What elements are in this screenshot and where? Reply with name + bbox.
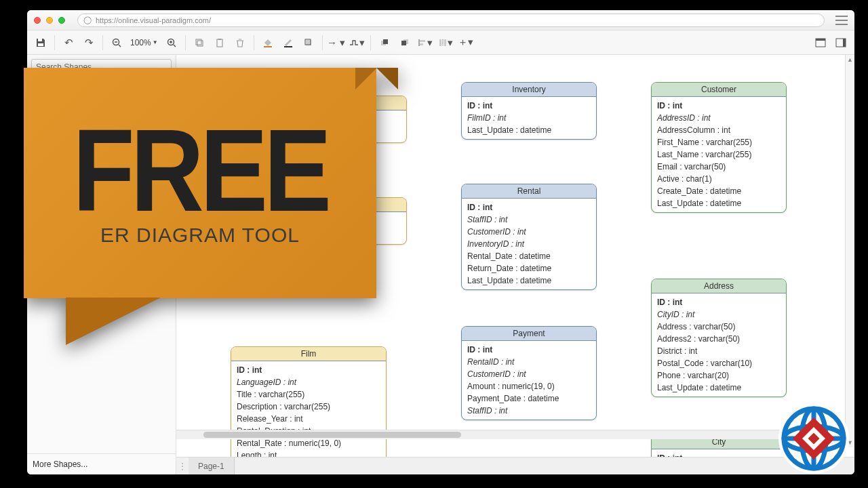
entity-field[interactable]: ID : int: [467, 344, 591, 356]
entity-field[interactable]: Title : varchar(255): [237, 388, 380, 401]
save-button[interactable]: [31, 33, 50, 52]
outline-panel-toggle[interactable]: [831, 33, 850, 52]
entity-field[interactable]: First_Name : varchar(255): [657, 136, 781, 148]
entity-field[interactable]: Address2 : varchar(50): [657, 333, 781, 345]
to-front-button[interactable]: [375, 33, 394, 52]
entity-placeholder-2[interactable]: [264, 197, 407, 245]
entity-field[interactable]: Email : varchar(50): [657, 161, 781, 173]
app-window: ◯ https://online.visual-paradigm.com/ ↶ …: [27, 10, 854, 474]
delete-button[interactable]: [231, 33, 250, 52]
entity-placeholder-1[interactable]: [264, 96, 407, 143]
entity-field[interactable]: Last_Name : varchar(255): [657, 148, 781, 161]
fill-color-button[interactable]: [258, 33, 277, 52]
vertical-scrollbar[interactable]: ▲ ▼: [845, 55, 854, 447]
window-close-button[interactable]: [34, 17, 41, 24]
entity-field[interactable]: District : int: [657, 345, 781, 357]
entity-inventory[interactable]: Inventory ID : intFilmID : intLast_Updat…: [461, 82, 597, 140]
connection-style-button[interactable]: → ▾: [327, 33, 346, 52]
entity-field[interactable]: RentalID : int: [467, 356, 591, 368]
entity-field[interactable]: ID : int: [657, 452, 781, 457]
entity-field[interactable]: ID : int: [467, 201, 591, 214]
entity-customer[interactable]: Customer ID : intAddressID : intAddressC…: [651, 82, 787, 213]
zoom-in-button[interactable]: [162, 33, 181, 52]
tab-page-1[interactable]: Page-1: [189, 458, 235, 474]
svg-rect-28: [816, 39, 825, 41]
entity-field[interactable]: FilmID : int: [467, 112, 591, 124]
entity-address[interactable]: Address ID : intCityID : intAddress : va…: [651, 279, 787, 397]
workspace: ▼ Entity Relationship More Shapes...: [27, 55, 854, 474]
entity-field[interactable]: ID : int: [467, 100, 591, 112]
entity-field[interactable]: Last_Update : datetime: [657, 197, 781, 209]
to-back-button[interactable]: [395, 33, 414, 52]
entity-field[interactable]: Rental_Date : datetime: [467, 250, 591, 262]
svg-rect-10: [197, 41, 203, 46]
entity-field[interactable]: LanguageID : int: [237, 376, 380, 388]
undo-button[interactable]: ↶: [59, 33, 78, 52]
shape-entity-2[interactable]: [33, 116, 170, 125]
more-shapes-link[interactable]: More Shapes...: [27, 453, 176, 474]
svg-rect-14: [284, 46, 292, 47]
entity-field[interactable]: CityID : int: [657, 308, 781, 321]
entity-payment[interactable]: Payment ID : intRentalID : intCustomerID…: [461, 326, 597, 420]
url-bar[interactable]: ◯ https://online.visual-paradigm.com/: [77, 14, 825, 27]
entity-field[interactable]: CustomerID : int: [467, 226, 591, 238]
entity-field[interactable]: Last_Update : datetime: [657, 382, 781, 394]
entity-field[interactable]: AddressID : int: [657, 112, 781, 124]
svg-rect-22: [420, 40, 425, 42]
entity-title: Address: [652, 279, 786, 293]
paste-button[interactable]: [210, 33, 229, 52]
entity-field[interactable]: Address : varchar(50): [657, 321, 781, 333]
entity-field[interactable]: InventoryID : int: [467, 238, 591, 250]
add-button[interactable]: ＋▾: [456, 33, 475, 52]
horizontal-scrollbar[interactable]: [176, 430, 844, 439]
window-maximize-button[interactable]: [58, 17, 65, 24]
entity-rental[interactable]: Rental ID : intStaffID : intCustomerID :…: [461, 184, 597, 290]
format-panel-toggle[interactable]: [811, 33, 830, 52]
diagram-canvas[interactable]: Inventory ID : intFilmID : intLast_Updat…: [176, 55, 854, 457]
search-input[interactable]: [31, 59, 172, 75]
entity-field[interactable]: Return_Date : datetime: [467, 262, 591, 274]
entity-field[interactable]: CustomerID : int: [467, 368, 591, 380]
reload-icon[interactable]: ◯: [83, 16, 92, 24]
entity-field[interactable]: Length : int: [237, 449, 380, 457]
shapes-category-header[interactable]: ▼ Entity Relationship: [27, 80, 176, 98]
entity-field[interactable]: Last_Update : datetime: [467, 274, 591, 287]
entity-icon: [33, 102, 46, 112]
window-minimize-button[interactable]: [46, 17, 53, 24]
shape-list: [27, 98, 176, 129]
zoom-out-button[interactable]: [107, 33, 126, 52]
entity-title: Inventory: [462, 83, 596, 97]
entity-field[interactable]: AddressColumn : int: [657, 124, 781, 136]
entity-field[interactable]: Active : char(1): [657, 173, 781, 185]
entity-field[interactable]: ID : int: [657, 296, 781, 308]
entity-field[interactable]: Payment_Date : datetime: [467, 392, 591, 405]
distribute-button[interactable]: ▾: [436, 33, 455, 52]
visual-paradigm-logo-icon: [776, 401, 851, 476]
shape-entity-1[interactable]: [33, 102, 170, 112]
entity-icon: [33, 116, 46, 125]
entity-field[interactable]: StaffID : int: [467, 405, 591, 417]
copy-button[interactable]: [190, 33, 209, 52]
shadow-button[interactable]: [299, 33, 318, 52]
svg-rect-25: [444, 39, 446, 46]
waypoint-style-button[interactable]: ▾: [347, 33, 366, 52]
redo-button[interactable]: ↷: [79, 33, 98, 52]
entity-field[interactable]: Amount : numeric(19, 0): [467, 380, 591, 392]
entity-field[interactable]: Description : varchar(255): [237, 401, 380, 413]
zoom-level[interactable]: 100%▼: [127, 38, 161, 47]
entity-field[interactable]: Release_Year : int: [237, 413, 380, 425]
align-button[interactable]: ▾: [416, 33, 435, 52]
hamburger-menu-icon[interactable]: [835, 16, 848, 25]
line-color-button[interactable]: [279, 33, 298, 52]
entity-film[interactable]: Film ID : intLanguageID : intTitle : var…: [231, 346, 387, 457]
svg-rect-0: [38, 39, 42, 41]
entity-field[interactable]: ID : int: [237, 364, 380, 376]
entity-field[interactable]: ID : int: [657, 100, 781, 112]
tab-drag-handle-icon[interactable]: ⋮: [176, 458, 189, 474]
entity-field[interactable]: StaffID : int: [467, 214, 591, 226]
entity-field[interactable]: Last_Update : datetime: [467, 124, 591, 136]
entity-field[interactable]: Create_Date : datetime: [657, 185, 781, 197]
scroll-up-icon[interactable]: ▲: [846, 55, 854, 64]
entity-field[interactable]: Phone : varchar(20): [657, 369, 781, 382]
entity-field[interactable]: Postal_Code : varchar(10): [657, 357, 781, 369]
